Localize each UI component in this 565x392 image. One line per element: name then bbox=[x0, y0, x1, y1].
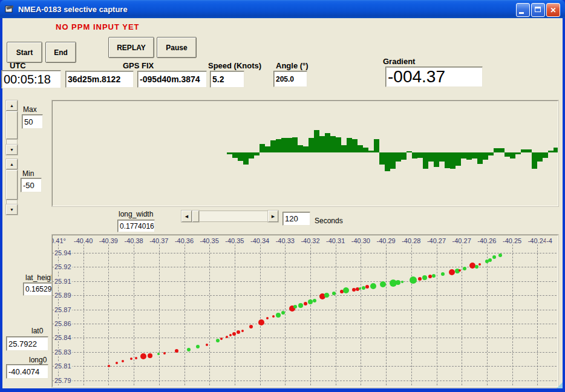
vertical-gridline bbox=[185, 244, 185, 385]
track-point-red bbox=[304, 302, 307, 305]
bar bbox=[390, 152, 396, 169]
long-width-field[interactable]: 0.1774016 bbox=[117, 220, 155, 232]
speed-field[interactable]: 5.2 bbox=[210, 71, 244, 88]
titlebar[interactable]: NMEA-0183 selective capture ✕ bbox=[0, 0, 565, 18]
close-button[interactable]: ✕ bbox=[546, 3, 560, 17]
seconds-label: Seconds bbox=[315, 217, 343, 225]
max-scrollbar-down-button[interactable]: ▼ bbox=[6, 145, 18, 155]
max-label: Max bbox=[23, 105, 37, 114]
x-axis-tick-label: -40.30 bbox=[351, 237, 371, 244]
max-scrollbar-thumb[interactable] bbox=[6, 111, 18, 139]
bar bbox=[543, 152, 548, 158]
bar bbox=[368, 151, 374, 152]
bar bbox=[554, 148, 558, 153]
bar bbox=[347, 138, 352, 152]
track-point-green bbox=[492, 255, 496, 259]
bar bbox=[505, 152, 510, 157]
bar bbox=[363, 148, 368, 153]
track-point-green bbox=[401, 281, 403, 283]
utc-field[interactable]: 00:05:18 bbox=[1, 70, 61, 88]
gps-lat-field[interactable]: 36d25m.8122 bbox=[65, 71, 134, 88]
track-point-red bbox=[249, 325, 253, 328]
min-scrollbar-up-button[interactable]: ▲ bbox=[6, 159, 18, 169]
status-message: NO PPM INPUT YET bbox=[56, 22, 140, 31]
horizontal-gridline bbox=[53, 352, 557, 353]
bar bbox=[254, 152, 260, 155]
resize-grip[interactable] bbox=[557, 382, 563, 388]
bar bbox=[396, 152, 401, 162]
seconds-field[interactable]: 120 bbox=[282, 212, 310, 226]
track-point-red bbox=[140, 353, 146, 359]
track-point-red bbox=[148, 353, 152, 358]
max-field[interactable]: 50 bbox=[22, 114, 43, 129]
app-icon bbox=[5, 5, 15, 13]
vertical-gridline bbox=[209, 244, 210, 385]
bar bbox=[548, 151, 554, 152]
max-scrollbar-up-button[interactable]: ▲ bbox=[6, 100, 18, 111]
x-axis-tick-label: -40.37 bbox=[149, 237, 169, 244]
lat0-field[interactable]: 25.7922 bbox=[6, 336, 48, 351]
time-scrollbar-right-button[interactable]: ▶ bbox=[268, 211, 278, 222]
bar bbox=[428, 152, 434, 162]
min-label: Min bbox=[22, 169, 34, 178]
bar bbox=[532, 152, 537, 169]
bar bbox=[260, 144, 265, 152]
bar bbox=[472, 152, 477, 158]
x-axis-tick-label: -40.34 bbox=[250, 237, 270, 244]
vertical-gridline bbox=[462, 244, 462, 385]
minimize-button[interactable] bbox=[516, 3, 530, 17]
vertical-gridline bbox=[310, 244, 311, 385]
bar bbox=[537, 152, 543, 162]
bar bbox=[270, 140, 276, 152]
bar bbox=[232, 152, 238, 158]
utc-label: UTC bbox=[10, 61, 26, 70]
horizontal-gridline bbox=[53, 381, 557, 381]
bar bbox=[374, 139, 379, 152]
angle-field[interactable]: 205.0 bbox=[273, 71, 307, 87]
vertical-gridline bbox=[285, 244, 286, 385]
x-axis-tick-label: -4 bbox=[546, 237, 553, 244]
speed-label: Speed (Knots) bbox=[208, 61, 261, 70]
lat0-label: lat0 bbox=[31, 327, 43, 335]
track-point-red bbox=[229, 334, 232, 336]
track-point-green bbox=[293, 305, 297, 309]
bar bbox=[515, 152, 521, 154]
time-scrollbar-left-button[interactable]: ◀ bbox=[181, 211, 192, 222]
bar bbox=[401, 152, 407, 160]
bar bbox=[314, 130, 319, 152]
track-point-red bbox=[449, 269, 455, 275]
bar bbox=[488, 152, 494, 155]
vertical-gridline bbox=[537, 244, 538, 385]
bar bbox=[450, 152, 456, 169]
time-scrollbar-thumb[interactable] bbox=[192, 211, 199, 222]
gps-long-field[interactable]: -095d40m.3874 bbox=[137, 71, 207, 88]
bar bbox=[417, 152, 423, 158]
angle-label: Angle (°) bbox=[276, 61, 309, 70]
maximize-button[interactable] bbox=[531, 3, 545, 17]
track-point-green bbox=[298, 303, 303, 308]
min-scrollbar-down-button[interactable]: ▼ bbox=[6, 204, 18, 215]
long0-field[interactable]: -40.4074 bbox=[6, 364, 48, 379]
x-axis-tick-label: -40.40 bbox=[73, 237, 93, 244]
y-axis-tick-label: 25.92 bbox=[54, 263, 72, 270]
min-scrollbar-thumb[interactable] bbox=[6, 170, 18, 200]
track-point-red bbox=[459, 269, 461, 272]
track-point-green bbox=[370, 283, 376, 289]
minimize-icon bbox=[519, 12, 524, 14]
track-point-red bbox=[226, 336, 228, 338]
vertical-gridline bbox=[83, 244, 84, 385]
long-width-label: long_width bbox=[119, 210, 153, 218]
bar bbox=[483, 152, 488, 160]
start-button[interactable]: Start bbox=[7, 42, 42, 63]
pause-button[interactable]: Pause bbox=[157, 37, 197, 58]
x-axis-tick-label: -40.35 bbox=[200, 237, 220, 244]
gradient-field[interactable]: -004.37 bbox=[385, 67, 483, 87]
track-point-red bbox=[232, 332, 236, 336]
track-point-green bbox=[359, 287, 361, 290]
end-button[interactable]: End bbox=[45, 42, 76, 63]
min-field[interactable]: -50 bbox=[21, 178, 42, 192]
x-axis-tick-label: -40.33 bbox=[275, 237, 295, 244]
y-axis-tick-label: 25.94 bbox=[54, 249, 72, 256]
bar bbox=[412, 152, 417, 158]
replay-button[interactable]: REPLAY bbox=[108, 37, 154, 58]
